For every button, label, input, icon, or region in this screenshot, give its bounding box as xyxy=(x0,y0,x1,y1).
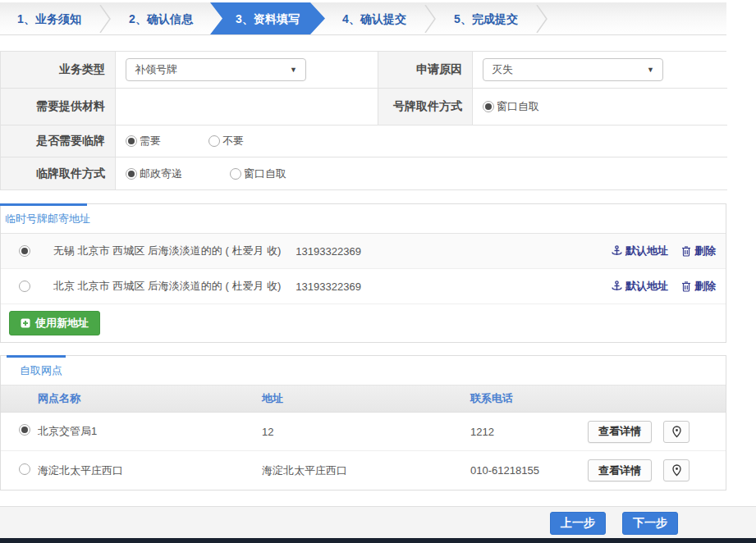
active-tab-indicator xyxy=(7,355,66,358)
radio-icon[interactable] xyxy=(19,463,30,475)
delete-address-link[interactable]: 删除 xyxy=(681,244,716,258)
location-name: 海淀北太平庄西口 xyxy=(38,463,262,478)
step-finish-submit[interactable]: 5、完成提交 xyxy=(437,2,535,34)
radio-icon[interactable] xyxy=(126,135,137,147)
address-row[interactable]: 北京 北京市 西城区 后海淡淡道的的 ( 杜爱月 收) 13193322369 … xyxy=(1,269,726,304)
need-temp-option-no[interactable]: 不要 xyxy=(208,134,244,148)
default-address-label: 默认地址 xyxy=(625,279,668,294)
address-phone: 13193322369 xyxy=(296,245,361,258)
temp-pickup-options: 邮政寄递 窗口自取 xyxy=(116,157,727,190)
apply-reason-label: 申请原因 xyxy=(378,52,473,89)
map-pin-icon xyxy=(672,464,681,477)
delete-address-label: 删除 xyxy=(694,244,716,258)
business-type-value: 补领号牌 xyxy=(135,62,177,77)
location-address: 12 xyxy=(262,426,470,438)
temp-pickup-option-mail[interactable]: 邮政寄递 xyxy=(126,167,182,181)
mailing-address-tab[interactable]: 临时号牌邮寄地址 xyxy=(1,204,90,234)
header-phone: 联系电话 xyxy=(470,391,588,406)
previous-step-button[interactable]: 上一步 xyxy=(550,512,606,535)
location-address: 海淀北太平庄西口 xyxy=(262,463,470,478)
apply-reason-value: 灭失 xyxy=(492,62,513,77)
map-locate-button[interactable] xyxy=(663,421,690,443)
page-footer-edge xyxy=(0,538,756,543)
chevron-separator-icon xyxy=(99,2,112,34)
map-locate-button[interactable] xyxy=(663,459,690,481)
radio-icon[interactable] xyxy=(19,424,30,436)
page: 1、业务须知 2、确认信息 3、资料填写 4、确认提交 5、完成提交 业务类型 … xyxy=(0,0,756,543)
view-details-button[interactable]: 查看详情 xyxy=(588,421,652,443)
need-temp-options: 需要 不要 xyxy=(116,125,727,157)
anchor-icon xyxy=(612,245,622,257)
map-pin-icon xyxy=(672,426,681,438)
new-address-row: 使用新地址 xyxy=(1,304,726,342)
active-tab-indicator xyxy=(0,203,87,206)
default-address-link[interactable]: 默认地址 xyxy=(612,244,668,258)
materials-value xyxy=(116,89,378,125)
default-address-label: 默认地址 xyxy=(625,244,668,258)
step-confirm-submit[interactable]: 4、确认提交 xyxy=(325,2,424,34)
temp-pickup-option-window[interactable]: 窗口自取 xyxy=(230,167,286,181)
radio-icon[interactable] xyxy=(19,281,30,292)
need-temp-label: 是否需要临牌 xyxy=(1,125,116,157)
radio-icon[interactable] xyxy=(208,135,220,147)
footer-action-bar: 上一步 下一步 xyxy=(0,506,756,539)
table-row[interactable]: 海淀北太平庄西口 海淀北太平庄西口 010-61218155 查看详情 xyxy=(1,451,726,490)
need-temp-option-yes[interactable]: 需要 xyxy=(126,134,161,148)
header-address: 地址 xyxy=(262,391,470,406)
plate-pickup-option-window[interactable]: 窗口自取 xyxy=(483,99,539,114)
step-fill-material-active[interactable]: 3、资料填写 xyxy=(210,2,325,34)
business-type-cell: 补领号牌 ▼ xyxy=(116,52,378,89)
location-phone: 1212 xyxy=(470,426,588,438)
next-step-button[interactable]: 下一步 xyxy=(622,512,678,535)
radio-icon[interactable] xyxy=(483,101,494,112)
materials-label: 需要提供材料 xyxy=(1,89,116,125)
pickup-location-section: 自取网点 网点名称 地址 联系电话 北京交管局1 12 1212 查看详情 海淀… xyxy=(0,355,726,491)
view-details-button[interactable]: 查看详情 xyxy=(588,459,652,481)
trash-icon xyxy=(681,281,691,292)
apply-reason-select[interactable]: 灭失 ▼ xyxy=(483,58,663,81)
step-confirm-info[interactable]: 2、确认信息 xyxy=(112,2,210,34)
plate-pickup-label: 号牌取件方式 xyxy=(378,89,473,125)
location-phone: 010-61218155 xyxy=(470,464,588,477)
step-wizard: 1、业务须知 2、确认信息 3、资料填写 4、确认提交 5、完成提交 xyxy=(0,2,726,35)
radio-icon[interactable] xyxy=(126,168,137,180)
anchor-icon xyxy=(612,281,622,292)
default-address-link[interactable]: 默认地址 xyxy=(612,279,668,294)
pickup-table-header: 网点名称 地址 联系电话 xyxy=(1,386,726,413)
address-text: 无锡 北京市 西城区 后海淡淡道的的 ( 杜爱月 收) xyxy=(53,244,281,258)
trash-icon xyxy=(681,245,691,257)
pickup-tab-row: 自取网点 xyxy=(1,356,726,386)
apply-reason-cell: 灭失 ▼ xyxy=(473,52,727,89)
radio-icon[interactable] xyxy=(19,245,30,257)
plate-pickup-options: 窗口自取 xyxy=(473,89,727,125)
chevron-separator-icon xyxy=(424,2,437,34)
option-label: 需要 xyxy=(140,134,161,148)
address-phone: 13193322369 xyxy=(296,281,361,293)
address-row[interactable]: 无锡 北京市 西城区 后海淡淡道的的 ( 杜爱月 收) 13193322369 … xyxy=(1,234,726,269)
mailing-address-tab-row: 临时号牌邮寄地址 xyxy=(1,204,726,234)
use-new-address-button[interactable]: 使用新地址 xyxy=(9,311,100,335)
mailing-address-section: 临时号牌邮寄地址 无锡 北京市 西城区 后海淡淡道的的 ( 杜爱月 收) 131… xyxy=(0,203,726,343)
option-label: 不要 xyxy=(222,134,244,148)
business-type-select[interactable]: 补领号牌 ▼ xyxy=(126,58,306,81)
address-text: 北京 北京市 西城区 后海淡淡道的的 ( 杜爱月 收) xyxy=(53,279,281,294)
option-label: 窗口自取 xyxy=(497,99,539,114)
radio-icon[interactable] xyxy=(230,168,241,180)
caret-down-icon: ▼ xyxy=(647,66,654,74)
step-business-notice[interactable]: 1、业务须知 xyxy=(0,2,99,34)
delete-address-label: 删除 xyxy=(694,279,716,294)
table-row[interactable]: 北京交管局1 12 1212 查看详情 xyxy=(1,413,726,451)
temp-pickup-label: 临牌取件方式 xyxy=(1,157,116,190)
header-location-name: 网点名称 xyxy=(38,391,262,406)
caret-down-icon: ▼ xyxy=(290,66,297,74)
chevron-separator-icon xyxy=(535,2,548,34)
plus-icon xyxy=(21,318,30,328)
business-type-label: 业务类型 xyxy=(1,52,116,89)
pickup-tab[interactable]: 自取网点 xyxy=(1,356,62,386)
application-form: 业务类型 补领号牌 ▼ 申请原因 灭失 ▼ 需要提供材料 号牌取件方式 窗口自取… xyxy=(0,51,726,190)
use-new-address-label: 使用新地址 xyxy=(35,316,89,331)
option-label: 窗口自取 xyxy=(244,167,286,181)
location-name: 北京交管局1 xyxy=(38,424,262,439)
option-label: 邮政寄递 xyxy=(140,167,182,181)
delete-address-link[interactable]: 删除 xyxy=(681,279,716,294)
